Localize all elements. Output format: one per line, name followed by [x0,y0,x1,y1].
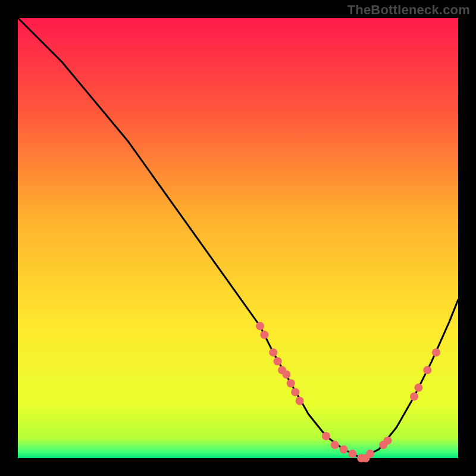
data-marker [331,441,339,449]
data-marker [366,450,374,458]
data-marker [296,397,304,405]
data-marker [432,348,440,356]
chart-frame: TheBottleneck.com [0,0,476,476]
data-marker [410,392,418,400]
data-marker [260,331,268,339]
data-marker [423,366,431,374]
data-marker [274,357,282,365]
data-marker [256,322,264,330]
data-marker [414,384,422,392]
data-marker [322,432,330,440]
plot-background [18,18,458,458]
data-marker [282,370,290,378]
chart-canvas [0,0,476,476]
data-marker [340,445,348,453]
data-marker [348,450,356,458]
data-marker [269,348,277,356]
data-marker [384,436,392,444]
data-marker [291,388,299,396]
data-marker [287,379,295,387]
